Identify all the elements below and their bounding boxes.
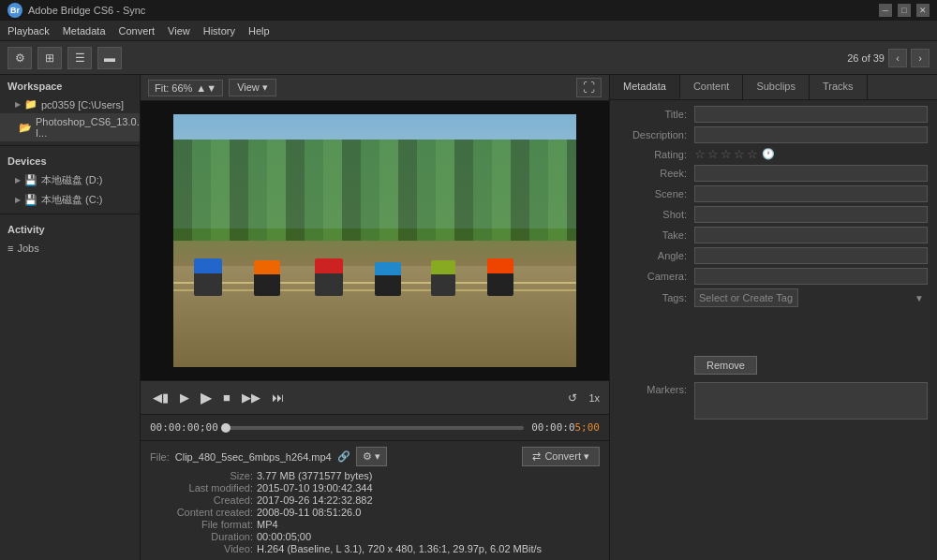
folder-open-icon: 📂 xyxy=(19,122,32,134)
tab-tracks[interactable]: Tracks xyxy=(810,75,868,99)
timeline-thumb[interactable] xyxy=(221,423,231,433)
angle-row: Angle: xyxy=(619,247,928,264)
clock-icon[interactable]: 🕐 xyxy=(762,148,775,160)
menu-help[interactable]: Help xyxy=(248,25,270,37)
file-info-panel: File: Clip_480_5sec_6mbps_h264.mp4 🔗 ⚙ ▾… xyxy=(141,440,609,560)
minimize-button[interactable]: ─ xyxy=(879,4,892,17)
settings-toolbar-button[interactable]: ⚙ xyxy=(7,47,32,69)
created-value: 2017-09-26 14:22:32.882 xyxy=(257,494,600,506)
menu-view[interactable]: View xyxy=(168,25,190,37)
sidebar-item-drive-c[interactable]: ▶ 💾 本地磁盘 (C:) xyxy=(0,190,140,210)
video-label: Video: xyxy=(150,543,253,554)
shot-input[interactable] xyxy=(694,206,928,223)
take-label: Take: xyxy=(619,229,694,241)
star-2[interactable]: ☆ xyxy=(707,147,719,161)
timeline-track[interactable] xyxy=(226,426,524,430)
view-button[interactable]: View ▾ xyxy=(229,79,276,96)
tab-subclips[interactable]: Subclips xyxy=(743,75,810,99)
title-input[interactable] xyxy=(694,106,928,123)
play-slow-button[interactable]: ▶ xyxy=(177,389,192,406)
fullscreen-button[interactable]: ⛶ xyxy=(576,78,602,97)
file-settings-button[interactable]: ⚙ ▾ xyxy=(356,447,387,466)
star-5[interactable]: ☆ xyxy=(747,147,758,161)
arrow-icon-3: ▶ xyxy=(15,176,21,184)
loop-button[interactable]: ↺ xyxy=(566,390,579,406)
shot-label: Shot: xyxy=(619,209,694,220)
tab-content[interactable]: Content xyxy=(680,75,744,99)
time-end: 00:00:05;00 xyxy=(531,421,600,434)
sidebar-label-c: 本地磁盘 (C:) xyxy=(41,193,102,207)
convert-label: Convert ▾ xyxy=(544,450,589,463)
window-controls[interactable]: ─ □ ✕ xyxy=(879,4,930,17)
camera-input[interactable] xyxy=(694,268,928,285)
menu-playback[interactable]: Playback xyxy=(7,25,50,37)
sidebar-item-pc0359[interactable]: ▶ 📁 pc0359 [C:\Users] xyxy=(0,96,140,113)
fit-control[interactable]: Fit: 66% ▲▼ xyxy=(148,80,223,96)
preview-toolbar: Fit: 66% ▲▼ View ▾ ⛶ xyxy=(141,75,609,101)
convert-button[interactable]: ⇄ Convert ▾ xyxy=(522,447,600,466)
content-created-label: Content created: xyxy=(150,507,253,518)
bmx-scene xyxy=(173,114,576,367)
app-logo: Br xyxy=(7,3,22,18)
time-end-white: 00:00:0 xyxy=(531,421,574,434)
remove-button[interactable]: Remove xyxy=(694,356,757,375)
star-3[interactable]: ☆ xyxy=(721,147,732,161)
speed-button[interactable]: 1x xyxy=(588,392,600,404)
folder-icon: 📁 xyxy=(24,98,37,111)
star-1[interactable]: ☆ xyxy=(694,147,706,161)
angle-input[interactable] xyxy=(694,247,928,264)
file-link-icon: 🔗 xyxy=(337,450,350,463)
star-4[interactable]: ☆ xyxy=(734,147,745,161)
sidebar-item-label: pc0359 [C:\Users] xyxy=(41,99,124,111)
play-fast-button[interactable]: ▶▶ xyxy=(239,389,263,406)
tags-row: Tags: Select or Create Tag ▼ xyxy=(619,288,928,307)
content-created-value: 2008-09-11 08:51:26.0 xyxy=(257,507,600,518)
rating-label: Rating: xyxy=(619,149,694,160)
time-end-orange: 5;00 xyxy=(575,421,601,434)
file-name-row: File: Clip_480_5sec_6mbps_h264.mp4 🔗 ⚙ ▾ xyxy=(150,447,387,466)
star-rating[interactable]: ☆ ☆ ☆ ☆ ☆ xyxy=(694,147,758,161)
play-button[interactable]: ▶ xyxy=(198,387,215,408)
tags-select[interactable]: Select or Create Tag xyxy=(694,288,798,307)
modified-label: Last modified: xyxy=(150,482,253,494)
divider-2 xyxy=(0,214,140,214)
scene-input[interactable] xyxy=(694,185,928,202)
file-name: Clip_480_5sec_6mbps_h264.mp4 xyxy=(175,451,332,463)
description-input[interactable] xyxy=(694,126,928,143)
sidebar-item-jobs[interactable]: ≡ Jobs xyxy=(0,239,140,258)
menu-history[interactable]: History xyxy=(203,25,235,37)
menu-bar: Playback Metadata Convert View History H… xyxy=(0,21,937,41)
markers-row: Markers: xyxy=(619,382,928,420)
scene-row: Scene: xyxy=(619,185,928,202)
angle-label: Angle: xyxy=(619,250,694,261)
take-input[interactable] xyxy=(694,227,928,243)
camera-label: Camera: xyxy=(619,271,694,282)
shot-row: Shot: xyxy=(619,206,928,223)
sidebar-item-photoshop[interactable]: 📂 Photoshop_CS6_13.0.0 I... xyxy=(0,113,140,141)
end-button[interactable]: ⏭ xyxy=(269,389,287,406)
menu-metadata[interactable]: Metadata xyxy=(63,25,106,37)
close-button[interactable]: ✕ xyxy=(916,4,930,17)
sidebar-item-drive-d[interactable]: ▶ 💾 本地磁盘 (D:) xyxy=(0,170,140,190)
stop-button[interactable]: ■ xyxy=(220,389,233,406)
dropdown-arrow-icon: ▼ xyxy=(915,293,924,303)
metadata-form: Title: Description: Rating: ☆ ☆ ☆ ☆ ☆ 🕐 xyxy=(610,100,937,560)
list-view-button[interactable]: ☰ xyxy=(67,47,92,69)
menu-convert[interactable]: Convert xyxy=(119,25,156,37)
reek-input[interactable] xyxy=(694,165,928,182)
next-button[interactable]: › xyxy=(911,49,930,67)
prev-button[interactable]: ‹ xyxy=(888,49,907,67)
detail-view-button[interactable]: ▬ xyxy=(97,47,122,69)
timeline-bar: 00:00:00;00 00:00:05;00 xyxy=(141,414,609,440)
tab-metadata[interactable]: Metadata xyxy=(610,75,680,99)
grid-view-button[interactable]: ⊞ xyxy=(37,47,62,69)
step-back-button[interactable]: ◀▮ xyxy=(150,389,171,406)
app-title: Adobe Bridge CS6 - Sync xyxy=(28,5,145,16)
duration-label: Duration: xyxy=(150,531,253,542)
tags-label: Tags: xyxy=(619,292,694,303)
sidebar: Workspace ▶ 📁 pc0359 [C:\Users] 📂 Photos… xyxy=(0,75,141,560)
sidebar-item-label-2: Photoshop_CS6_13.0.0 I... xyxy=(36,116,141,139)
maximize-button[interactable]: □ xyxy=(898,4,911,17)
file-label: File: xyxy=(150,451,170,463)
camera-row: Camera: xyxy=(619,268,928,285)
